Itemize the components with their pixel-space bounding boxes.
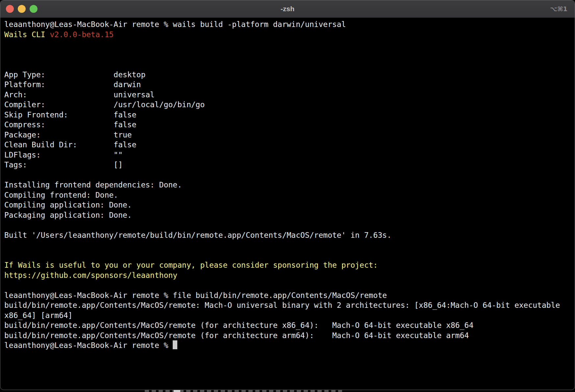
terminal-line [4,220,575,230]
terminal-text: Packaging application: Done. [4,211,132,219]
terminal-line: App Type: desktop [4,70,575,80]
terminal-text: leaanthony@Leas-MacBook-Air remote % fil… [4,291,387,300]
terminal-window: -zsh ⌥⌘1 leaanthony@Leas-MacBook-Air rem… [0,0,575,390]
terminal-text: Wails CLI [4,30,50,39]
terminal-cursor [173,340,177,349]
terminal-line: Skip Frontend: false [4,110,575,120]
clipped-background-block [174,390,180,392]
terminal-line: build/bin/remote.app/Contents/MacOS/remo… [4,300,575,310]
terminal-line: Compiling frontend: Done. [4,190,575,200]
terminal-line: Tags: [] [4,160,575,170]
terminal-text: Skip Frontend: false [4,110,137,119]
terminal-line: Compress: false [4,120,575,130]
titlebar: -zsh ⌥⌘1 [0,0,575,18]
terminal-line: Built '/Users/leaanthony/remote/build/bi… [4,230,575,240]
terminal-text: Clean Build Dir: false [4,140,137,149]
terminal-line: Compiling application: Done. [4,200,575,210]
terminal-line [4,170,575,180]
terminal-line [4,250,575,260]
terminal-text: Compiling application: Done. [4,201,132,209]
terminal-text: Compress: false [4,120,137,129]
terminal-text: Arch: universal [4,90,155,99]
terminal-line [4,50,575,60]
terminal-line: Packaging application: Done. [4,210,575,220]
terminal-text: Platform: darwin [4,80,141,89]
terminal-text: x86_64] [arm64] [4,311,73,320]
terminal-text: build/bin/remote.app/Contents/MacOS/remo… [4,331,469,340]
terminal-line [4,60,575,70]
terminal-line: LDFlags: "" [4,150,575,160]
terminal-text: build/bin/remote.app/Contents/MacOS/remo… [4,301,560,309]
terminal-text: Compiling frontend: Done. [4,191,118,199]
terminal-line: Installing frontend dependencies: Done. [4,180,575,190]
terminal-text: Compiler: /usr/local/go/bin/go [4,100,205,109]
terminal-line: x86_64] [arm64] [4,310,575,321]
terminal-line [4,280,575,290]
terminal-line: Platform: darwin [4,80,575,90]
terminal-line: If Wails is useful to you or your compan… [4,260,575,270]
terminal-line: leaanthony@Leas-MacBook-Air remote % [4,340,575,351]
terminal-line: Clean Build Dir: false [4,140,575,150]
terminal-text: leaanthony@Leas-MacBook-Air remote % [4,341,173,350]
terminal-text: Package: true [4,131,132,139]
terminal-text: https://github.com/sponsors/leaanthony [4,271,177,280]
tab-shortcut-hint: ⌥⌘1 [550,0,567,17]
terminal-line: leaanthony@Leas-MacBook-Air remote % fil… [4,290,575,301]
terminal-text: App Type: desktop [4,70,145,79]
terminal-text: LDFlags: "" [4,151,123,159]
terminal-line: Wails CLI v2.0.0-beta.15 [4,30,575,40]
terminal-line: build/bin/remote.app/Contents/MacOS/remo… [4,320,575,331]
terminal-line [4,39,575,50]
terminal-line: Arch: universal [4,90,575,100]
window-title: -zsh [0,0,575,17]
terminal-text: Built '/Users/leaanthony/remote/build/bi… [4,231,391,239]
terminal-text: Tags: [] [4,160,123,169]
terminal-line: build/bin/remote.app/Contents/MacOS/remo… [4,331,575,341]
terminal-text: leaanthony@Leas-MacBook-Air remote % wai… [4,20,346,29]
terminal-text: v2.0.0-beta.15 [50,30,113,39]
terminal-text: If Wails is useful to you or your compan… [4,261,378,269]
terminal-text: build/bin/remote.app/Contents/MacOS/remo… [4,321,473,330]
terminal-line: https://github.com/sponsors/leaanthony [4,270,575,281]
terminal-text: Installing frontend dependencies: Done. [4,181,182,189]
terminal-line [4,240,575,250]
terminal-line: Package: true [4,130,575,140]
terminal-line: leaanthony@Leas-MacBook-Air remote % wai… [4,19,575,30]
terminal-screen[interactable]: leaanthony@Leas-MacBook-Air remote % wai… [0,18,575,351]
terminal-line: Compiler: /usr/local/go/bin/go [4,100,575,110]
